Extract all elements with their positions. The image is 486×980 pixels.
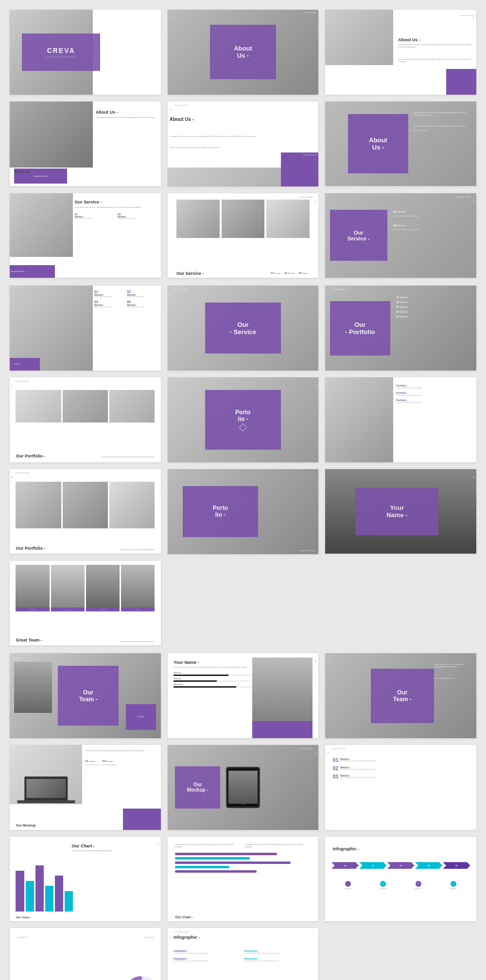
about-right-6: Lorem ipsum dolor sit amet consectetur a… (413, 112, 470, 132)
about-title-3: About Us - (398, 37, 472, 42)
about-body-5: Lorem ipsum dolor sit amet consectetur a… (170, 135, 317, 150)
slide-yourname-cover[interactable]: + Your Name - (325, 469, 476, 554)
slide-service-cover[interactable]: + presentation template Our - Service (168, 286, 319, 371)
service-overlay-box-9: Our Service - (330, 210, 387, 261)
slide-portfolio-cover[interactable]: + Porto lio - (168, 377, 319, 462)
port-item-15-1: Portfolio - Lorem ipsum dolor sit amet c… (396, 384, 473, 389)
slide-mockup-split[interactable]: + Lorem ipsum dolor sit amet consectetur… (10, 745, 161, 830)
team-title-19: Great Team - (16, 638, 42, 642)
chart-label-27: Our Chart - (175, 915, 193, 919)
port-imgs-13 (16, 390, 155, 422)
about-right-4: About Us - Lorem ipsum dolor sit amet co… (96, 110, 156, 119)
slide-portfolio-overlay2[interactable]: Porto lio - presentation template (168, 469, 319, 554)
plus-16: + (12, 471, 14, 480)
slide-infographic-circle[interactable]: Infographic - Infographic - (10, 928, 161, 980)
port-body-13: Lorem ipsum dolor sit amet consectetur a… (101, 456, 155, 458)
si-2: 02Service -Lorem ipsum dolor sit amet. (127, 290, 157, 298)
slide-portfolio-label[interactable]: + presentation template Our Portfolio - … (10, 377, 161, 462)
service-item-7-1: 01 Service - Lorem ipsum dolor sit amet. (75, 213, 115, 220)
sn-1: 01 Service -Lorem ipsum dolor sit amet c… (333, 758, 469, 763)
slide-infographic-text[interactable]: + presentation template Infographic - In… (168, 928, 319, 980)
slide-chart-bars[interactable]: + Our Chart - Lorem ipsum dolor sit amet… (10, 837, 161, 922)
purple-bottom-21 (252, 721, 312, 738)
team-bottom-19: Great Team - Lorem ipsum dolor sit amet … (16, 638, 155, 642)
person-info-21: Your Name - Lorem ipsum dolor sit amet c… (174, 660, 252, 688)
about-body2-3: Ut enim ad minim veniam quis nostrud exe… (398, 58, 472, 63)
info-grid-30: Infographic - Lorem ipsum dolor sit amet… (174, 949, 312, 963)
chart-right-26: Our Chart - Lorem ipsum dolor sit amet c… (71, 844, 155, 852)
slide-about-overlay[interactable]: About Us - Lorem ipsum dolor sit amet co… (325, 101, 476, 186)
yourname-title-21: Your Name - (174, 660, 252, 665)
service-4grid-10: 01Service -Lorem ipsum dolor sit amet. 0… (94, 290, 157, 308)
port-3col-16 (16, 482, 155, 528)
port-overlay-17: Porto lio - (183, 486, 258, 537)
about-img-3 (325, 10, 393, 65)
service-title-8: Our Service - (176, 271, 204, 276)
plus-8: + (315, 195, 317, 204)
service-item-7-2: 02 Service - Lorem ipsum dolor sit amet. (118, 213, 157, 220)
service-cover-box-11: Our - Service (205, 303, 280, 354)
hchart-content-27: Lorem ipsum dolor sit amet consectetur a… (175, 844, 311, 873)
vert-bars-26 (16, 861, 73, 912)
about-title-2: Us - (237, 52, 249, 59)
si-3: 03Service -Lorem ipsum dolor sit amet. (94, 300, 125, 308)
slide-about-img-label[interactable]: presentation template About Us - Lorem i… (10, 101, 161, 186)
slide-service-overlay[interactable]: + presentation template Our Service - 01… (325, 193, 476, 278)
slide-chart-horizontal[interactable]: Lorem ipsum dolor sit amet consectetur a… (168, 837, 319, 922)
slide-portfolio-list[interactable]: Portfolio - Lorem ipsum dolor sit amet c… (325, 377, 476, 462)
team-grid-19: Your Name Your Name Your Name Your Name (16, 565, 155, 611)
slide-service-3col[interactable]: + presentation template Our Service - 01… (168, 193, 319, 278)
slide-infographic-arrows[interactable]: Infographic - 01 02 03 04 05 ☆ Infograph… (325, 837, 476, 922)
plus-26: + (157, 839, 159, 847)
plus-12: + (327, 287, 329, 296)
slide-portfolio-img-3col[interactable]: + presentation template Our Portfolio - … (10, 469, 161, 554)
service-img-row-8 (176, 200, 309, 238)
port-title-13: Our Portfolio - (16, 454, 45, 458)
slide-great-team[interactable]: Your Name Your Name Your Name Your Name … (10, 561, 161, 646)
mockup-label-23: Our Mockup (16, 824, 35, 827)
service-purple-7: presentation template (10, 265, 55, 278)
service-list-25: 01 Service -Lorem ipsum dolor sit amet c… (333, 758, 469, 779)
service-nums-8: 01 Service - 02 Service - 03 Service - (271, 267, 309, 276)
slide-creva-cover[interactable]: CREVA Presentation Template (10, 10, 161, 95)
portfolio-list-12: 01 Service - 02 Service - 03 Service - 0… (396, 296, 471, 318)
slide-portfolio-overlay-r[interactable]: + presentation template Our - Portfolio … (325, 286, 476, 371)
slide-about-cover-1[interactable]: + presentation template About Us - (168, 10, 319, 95)
infographic-tag-29: Infographic - (17, 931, 28, 940)
purple-accent-3 (446, 69, 476, 94)
slide-ourteam-cover[interactable]: Your Name - Our Team - · Your Name (10, 653, 161, 738)
about-title-6b: Us - (372, 144, 384, 151)
ig-4: Infographic - Lorem ipsum dolor sit amet… (244, 957, 312, 963)
si-4: 04Service -Lorem ipsum dolor sit amet. (127, 300, 157, 308)
plus-11: + (170, 287, 172, 296)
creva-subtitle: Presentation Template (46, 55, 76, 58)
yourname-box-18: Your Name - (355, 488, 438, 535)
plus-icon: + (170, 12, 172, 20)
slide-ourteam-overlay[interactable]: + Our Team - Lorem ipsum dolor sit amet … (325, 653, 476, 738)
slide-service-list-1[interactable]: presentation template Our Service - Lore… (10, 193, 161, 278)
slide-about-split[interactable]: + presentation template About Us - Lorem… (168, 101, 319, 186)
mockup-overlay-24: Our Mockup - (175, 766, 220, 809)
team-box-20: Our Team - (58, 666, 118, 725)
portfolio-box-12: Our - Portfolio (330, 301, 390, 355)
port-item-15-3: Portfolio - Lorem ipsum dolor sit amet c… (396, 399, 473, 404)
purple-10: + template (10, 358, 40, 371)
about-title-box: About Us - (210, 25, 277, 79)
plus-30: + (170, 931, 172, 940)
port-bottom-13: Our Portfolio - Lorem ipsum dolor sit am… (16, 454, 155, 458)
creva-title: CREVA (47, 47, 75, 54)
slide-service-num-list[interactable]: + presentation template 01 Service -Lore… (325, 745, 476, 830)
plus-22: + (327, 655, 329, 664)
slide-yourname-detail[interactable]: + Your Name - Lorem ipsum dolor sit amet… (168, 653, 319, 738)
mockup-purple-23: + (123, 809, 161, 830)
port-item-15-2: Portfolio - Lorem ipsum dolor sit amet c… (396, 391, 473, 396)
service-img-7 (10, 193, 73, 257)
slide-mockup-device[interactable]: + presentation template Our Mockup - (168, 745, 319, 830)
slide-service-4grid[interactable]: + template 01Service -Lorem ipsum dolor … (10, 286, 161, 371)
port-cover-box-14: Porto lio - (205, 390, 280, 449)
infographic-title-28: Infographic - (333, 844, 360, 852)
port-title-16: Our Portfolio - (16, 546, 45, 551)
info-icons-28: ☆ Infographic - ◎ Infographic - ★ Infogr… (331, 881, 470, 890)
slide-about-text-1[interactable]: + presentation template About Us - Lorem… (325, 10, 476, 95)
service-items-7: 01 Service - Lorem ipsum dolor sit amet.… (75, 213, 158, 220)
